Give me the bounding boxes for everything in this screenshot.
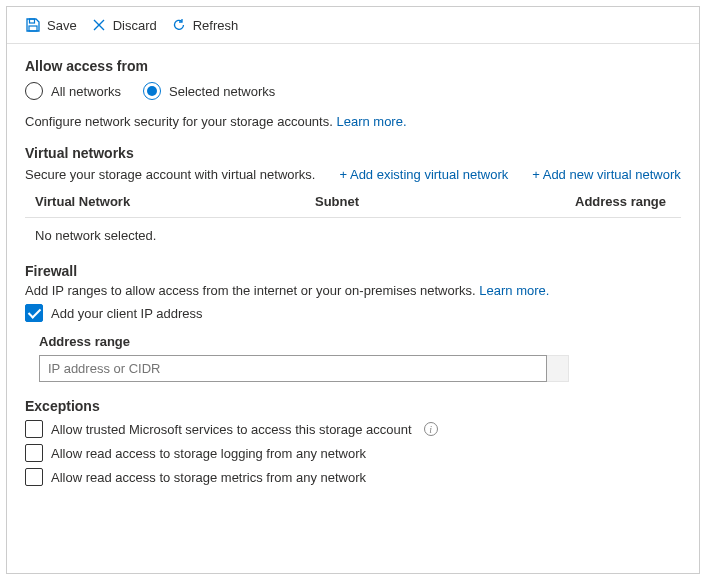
refresh-button[interactable]: Refresh [171,17,239,33]
address-range-field [39,355,569,382]
firewall-header: Firewall [25,247,681,279]
add-client-ip-checkbox[interactable] [25,304,43,322]
content-area: Allow access from All networks Selected … [7,44,699,502]
add-existing-vnet-link[interactable]: + Add existing virtual network [339,167,508,182]
add-new-vnet-link[interactable]: + Add new virtual network [532,167,681,182]
add-existing-label: Add existing virtual network [350,167,508,182]
address-range-end [547,355,569,382]
col-address-range: Address range [575,194,681,209]
refresh-label: Refresh [193,18,239,33]
access-header: Allow access from [25,58,681,74]
save-icon [25,17,41,33]
address-range-input[interactable] [39,355,547,382]
exception-label: Allow read access to storage metrics fro… [51,470,366,485]
discard-label: Discard [113,18,157,33]
vnet-table-empty: No network selected. [25,218,681,247]
vnet-actions-row: Secure your storage account with virtual… [25,167,681,182]
exception-row: Allow trusted Microsoft services to acce… [25,420,681,438]
add-client-ip-label: Add your client IP address [51,306,203,321]
exception-checkbox[interactable] [25,444,43,462]
firewall-description: Add IP ranges to allow access from the i… [25,283,681,298]
plus-icon: + [532,167,543,182]
config-description: Configure network security for your stor… [25,114,681,129]
plus-icon: + [339,167,350,182]
networking-panel: Save Discard Refresh Allow access from A… [6,6,700,574]
firewall-learn-more-link[interactable]: Learn more. [479,283,549,298]
exception-row: Allow read access to storage logging fro… [25,444,681,462]
exception-label: Allow read access to storage logging fro… [51,446,366,461]
col-subnet: Subnet [315,194,575,209]
address-range-label: Address range [39,334,681,349]
config-description-text: Configure network security for your stor… [25,114,333,129]
save-button[interactable]: Save [25,17,77,33]
exceptions-header: Exceptions [25,382,681,414]
vnet-description: Secure your storage account with virtual… [25,167,315,182]
col-virtual-network: Virtual Network [35,194,315,209]
command-bar: Save Discard Refresh [7,7,699,44]
learn-more-link[interactable]: Learn more. [336,114,406,129]
save-label: Save [47,18,77,33]
discard-icon [91,17,107,33]
discard-button[interactable]: Discard [91,17,157,33]
refresh-icon [171,17,187,33]
radio-icon [143,82,161,100]
add-new-label: Add new virtual network [543,167,681,182]
vnet-table-header: Virtual Network Subnet Address range [25,184,681,218]
svg-rect-1 [29,26,37,31]
exception-checkbox[interactable] [25,420,43,438]
exception-row: Allow read access to storage metrics fro… [25,468,681,486]
vnet-header: Virtual networks [25,129,681,161]
exception-checkbox[interactable] [25,468,43,486]
add-client-ip-row: Add your client IP address [25,304,681,322]
exception-label: Allow trusted Microsoft services to acce… [51,422,412,437]
exceptions-list: Allow trusted Microsoft services to acce… [25,420,681,486]
access-radio-group: All networks Selected networks [25,82,681,100]
radio-all-label: All networks [51,84,121,99]
info-icon[interactable]: i [424,422,438,436]
radio-selected-networks[interactable]: Selected networks [143,82,275,100]
radio-all-networks[interactable]: All networks [25,82,121,100]
radio-selected-label: Selected networks [169,84,275,99]
firewall-description-text: Add IP ranges to allow access from the i… [25,283,476,298]
radio-icon [25,82,43,100]
